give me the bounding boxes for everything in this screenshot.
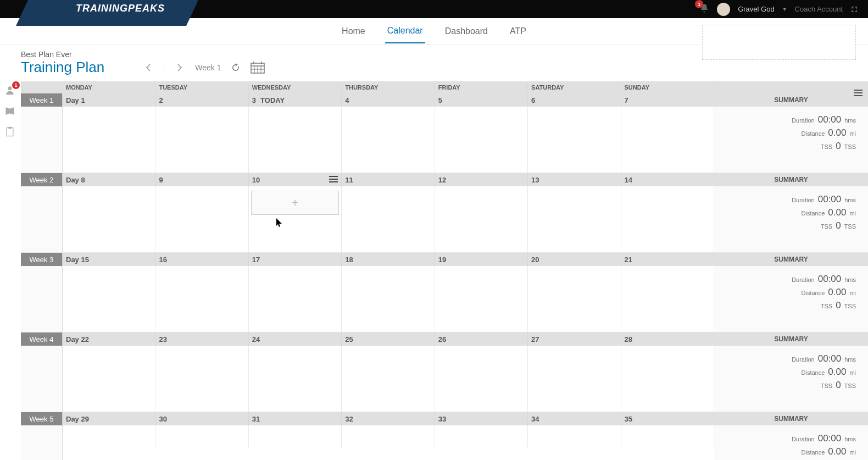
day-header-cell[interactable]: 6 — [528, 93, 621, 107]
day-header-cell[interactable]: 21 — [621, 253, 714, 266]
day-header-cell[interactable]: 25 — [342, 332, 435, 346]
day-cell[interactable] — [528, 346, 621, 412]
day-header-cell[interactable]: 18 — [342, 253, 435, 266]
day-cell[interactable] — [155, 107, 248, 173]
day-header-cell[interactable]: 17 — [249, 253, 342, 266]
day-number: 2 — [159, 96, 163, 104]
week-label-cell[interactable]: Week 1 — [21, 93, 63, 107]
day-cell[interactable] — [342, 346, 435, 412]
day-header-cell[interactable]: 31 — [249, 412, 342, 425]
day-header-cell[interactable]: 14 — [621, 173, 714, 186]
day-menu-icon[interactable] — [329, 175, 338, 183]
day-header-cell[interactable]: 4 — [342, 93, 435, 107]
day-cell[interactable] — [435, 266, 528, 332]
day-cell[interactable] — [342, 107, 435, 173]
expand-icon[interactable] — [850, 5, 858, 13]
day-header-cell[interactable]: Day 1 — [63, 93, 155, 107]
day-cell[interactable] — [155, 346, 248, 412]
day-cell[interactable] — [342, 425, 435, 447]
day-cell[interactable] — [63, 186, 155, 252]
week-label-cell[interactable]: Week 2 — [21, 173, 63, 186]
day-header-cell[interactable]: 30 — [155, 412, 248, 425]
day-header-cell[interactable]: 3TODAY — [249, 93, 342, 107]
day-header-cell[interactable]: Day 8 — [63, 173, 155, 186]
nav-atp[interactable]: ATP — [508, 20, 528, 43]
user-dropdown-icon[interactable]: ▼ — [782, 7, 787, 12]
day-cell[interactable] — [528, 266, 621, 332]
day-header-cell[interactable]: 26 — [435, 332, 528, 346]
day-cell[interactable] — [63, 346, 155, 412]
coach-account-link[interactable]: Coach Account — [795, 5, 843, 13]
day-cell[interactable] — [621, 346, 714, 412]
day-header-cell[interactable]: 32 — [342, 412, 435, 425]
day-cell[interactable] — [249, 425, 342, 447]
day-header-cell[interactable]: 11 — [342, 173, 435, 186]
day-cell[interactable] — [155, 266, 248, 332]
sidebar-athletes-button[interactable]: 1 — [4, 85, 16, 97]
day-header-cell[interactable]: 27 — [528, 332, 621, 346]
day-header-cell[interactable]: 12 — [435, 173, 528, 186]
day-header-cell[interactable]: 9 — [155, 173, 248, 186]
day-header-cell[interactable]: 35 — [621, 412, 714, 425]
day-cell[interactable] — [249, 346, 342, 412]
day-cell[interactable] — [155, 186, 248, 252]
day-header-cell[interactable]: 5 — [435, 93, 528, 107]
next-week-button[interactable] — [174, 62, 185, 73]
day-header-cell[interactable]: 20 — [528, 253, 621, 266]
day-header-cell[interactable]: 2 — [155, 93, 248, 107]
day-cell[interactable] — [435, 107, 528, 173]
day-header-cell[interactable]: 24 — [249, 332, 342, 346]
username[interactable]: Gravel God — [738, 5, 774, 13]
day-header-cell[interactable]: 34 — [528, 412, 621, 425]
calendar-icon[interactable] — [251, 62, 265, 74]
summary-menu-icon[interactable] — [854, 89, 863, 97]
sidebar-paste-button[interactable] — [4, 126, 16, 138]
plan-title[interactable]: Training Plan — [21, 59, 104, 76]
day-number: 31 — [252, 415, 260, 423]
day-cell[interactable] — [621, 186, 714, 252]
day-header-cell[interactable]: Day 22 — [63, 332, 155, 346]
sidebar-library-button[interactable] — [4, 106, 16, 118]
day-header-cell[interactable]: 16 — [155, 253, 248, 266]
day-number: 21 — [625, 256, 632, 264]
day-cell[interactable] — [435, 346, 528, 412]
day-cell[interactable] — [528, 425, 621, 447]
day-cell[interactable]: + — [249, 186, 342, 252]
nav-home[interactable]: Home — [340, 20, 368, 43]
day-header-cell[interactable]: Day 15 — [63, 253, 155, 266]
notification-button[interactable]: 1 — [699, 3, 709, 15]
day-header-cell[interactable]: Day 29 — [63, 412, 155, 425]
day-cell[interactable] — [435, 425, 528, 447]
day-header-cell[interactable]: 10 — [249, 173, 342, 186]
refresh-icon[interactable] — [231, 63, 241, 73]
day-header-cell[interactable]: 13 — [528, 173, 621, 186]
prev-week-button[interactable] — [143, 62, 154, 73]
day-cell[interactable] — [249, 107, 342, 173]
day-cell[interactable] — [63, 266, 155, 332]
day-cell[interactable] — [528, 186, 621, 252]
week-label-cell[interactable]: Week 4 — [21, 332, 63, 346]
avatar[interactable] — [717, 3, 730, 16]
day-header-cell[interactable]: 28 — [621, 332, 714, 346]
day-cell[interactable] — [621, 107, 714, 173]
nav-dashboard[interactable]: Dashboard — [443, 20, 490, 43]
day-cell[interactable] — [435, 186, 528, 252]
day-header-cell[interactable]: 7 — [621, 93, 714, 107]
day-header-cell[interactable]: 19 — [435, 253, 528, 266]
day-cell[interactable] — [155, 425, 248, 447]
day-cell[interactable] — [621, 425, 714, 447]
day-header-cell[interactable]: 33 — [435, 412, 528, 425]
day-cell[interactable] — [342, 186, 435, 252]
day-cell[interactable] — [63, 107, 155, 173]
day-cell[interactable] — [342, 266, 435, 332]
week-label-cell[interactable]: Week 5 — [21, 412, 63, 425]
day-header-cell[interactable]: 23 — [155, 332, 248, 346]
day-cell[interactable] — [63, 425, 155, 447]
day-cell[interactable] — [621, 266, 714, 332]
logo-wrap[interactable]: TRAININGPEAKS — [0, 0, 198, 18]
day-cell[interactable] — [249, 266, 342, 332]
week-label-cell[interactable]: Week 3 — [21, 253, 63, 266]
add-workout-card[interactable]: + — [251, 191, 339, 215]
nav-calendar[interactable]: Calendar — [385, 19, 425, 43]
day-cell[interactable] — [528, 107, 621, 173]
